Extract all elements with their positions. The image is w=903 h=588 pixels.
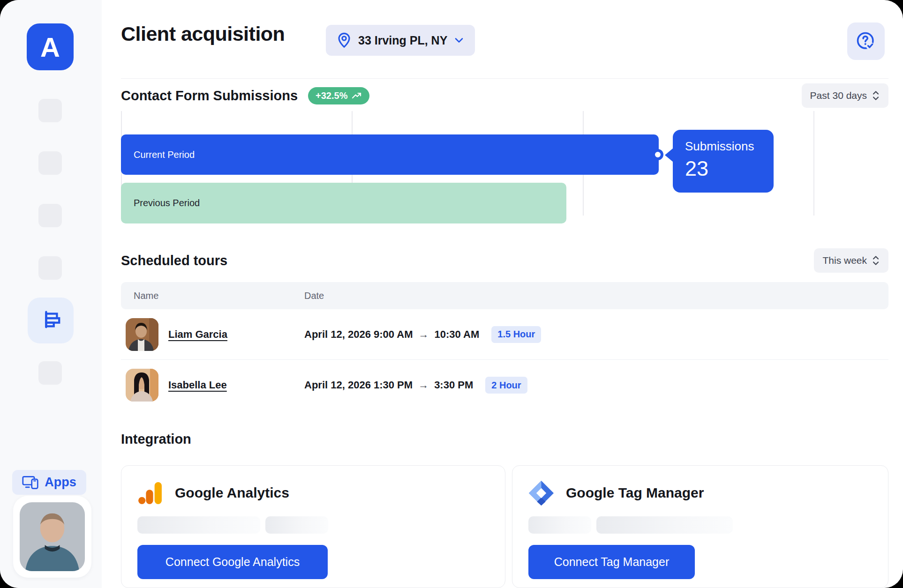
- app-logo[interactable]: A: [27, 23, 74, 70]
- card-title: Google Tag Manager: [566, 485, 704, 501]
- apps-button[interactable]: Apps: [12, 470, 86, 495]
- skeleton-bar: [137, 516, 260, 534]
- user-avatar-photo: [20, 502, 85, 571]
- integration-section-title: Integration: [121, 432, 191, 447]
- submissions-chart: Current Period Submissions 23 Previous P…: [121, 111, 888, 231]
- tour-date: April 12, 2026 1:30 PM → 3:30 PM 2 Hour: [304, 377, 527, 394]
- tour-row-isabella-lee[interactable]: Isabella Lee April 12, 2026 1:30 PM → 3:…: [121, 360, 888, 410]
- app-window: A: [0, 0, 903, 588]
- skeleton-bar: [596, 516, 733, 534]
- google-tag-manager-card: Google Tag Manager Connect Tag Manager: [512, 465, 888, 588]
- chevron-down-icon: [454, 37, 464, 43]
- previous-period-bar[interactable]: Previous Period: [121, 183, 566, 223]
- duration-badge: 2 Hour: [485, 377, 527, 394]
- tooltip-arrow: [665, 148, 673, 162]
- tour-row-liam-garcia[interactable]: Liam Garcia April 12, 2026 9:00 AM → 10:…: [121, 309, 888, 360]
- chart-data-point-dot: [652, 149, 663, 160]
- tours-table-header: Name Date: [121, 282, 888, 309]
- google-tag-manager-icon: [528, 480, 554, 506]
- skeleton-bar: [528, 516, 591, 534]
- tours-section-title: Scheduled tours: [121, 253, 227, 268]
- column-header-date: Date: [304, 290, 324, 301]
- connect-tag-manager-button[interactable]: Connect Tag Manager: [528, 545, 695, 579]
- skeleton-row: [137, 516, 489, 534]
- sidebar-item-reports-active[interactable]: [28, 298, 74, 343]
- chart-gridline: [813, 111, 814, 216]
- main-content: Client acquisition 33 Irving PL, NY: [121, 0, 888, 588]
- trending-up-icon: [352, 92, 362, 99]
- map-pin-icon: [337, 32, 351, 48]
- tour-name-link[interactable]: Liam Garcia: [168, 328, 227, 341]
- skeleton-bar: [265, 516, 328, 534]
- card-title: Google Analytics: [175, 485, 289, 501]
- chevron-up-down-icon: [872, 90, 880, 101]
- apps-label: Apps: [45, 475, 76, 490]
- arrow-right-icon: →: [419, 328, 429, 341]
- column-header-name: Name: [134, 290, 158, 301]
- sidebar-item-2[interactable]: [38, 151, 62, 175]
- help-button[interactable]: [847, 22, 885, 60]
- tour-avatar: [126, 318, 158, 351]
- arrow-right-icon: →: [418, 379, 429, 391]
- sidebar-item-1[interactable]: [38, 99, 62, 122]
- submissions-section-title: Contact Form Submissions: [121, 88, 298, 104]
- google-analytics-card: Google Analytics Connect Google Analytic…: [121, 465, 505, 588]
- location-selector[interactable]: 33 Irving PL, NY: [326, 25, 475, 56]
- sidebar: A: [0, 0, 102, 588]
- devices-icon: [22, 475, 39, 490]
- duration-badge: 1.5 Hour: [491, 326, 541, 343]
- page-title: Client acquisition: [121, 22, 285, 45]
- submissions-range-select[interactable]: Past 30 days: [802, 83, 888, 108]
- header-divider: [121, 78, 888, 79]
- connect-google-analytics-button[interactable]: Connect Google Analytics: [137, 545, 328, 579]
- location-label: 33 Irving PL, NY: [358, 34, 447, 47]
- tours-range-label: This week: [822, 255, 867, 266]
- chevron-up-down-icon: [872, 255, 880, 266]
- previous-period-label: Previous Period: [134, 198, 200, 208]
- current-period-label: Current Period: [134, 149, 195, 160]
- app-logo-letter: A: [40, 31, 60, 63]
- growth-badge: +32.5%: [308, 87, 369, 104]
- tour-date: April 12, 2026 9:00 AM → 10:30 AM 1.5 Ho…: [304, 326, 541, 343]
- user-avatar[interactable]: [13, 496, 91, 578]
- tour-avatar: [126, 369, 158, 402]
- sidebar-item-5[interactable]: [38, 361, 62, 385]
- submissions-range-label: Past 30 days: [810, 90, 867, 101]
- skeleton-row: [528, 516, 872, 534]
- sidebar-item-4[interactable]: [38, 256, 62, 280]
- tours-range-select[interactable]: This week: [814, 248, 888, 273]
- horizontal-bar-chart-icon: [40, 309, 61, 332]
- help-circle-check-icon: [856, 31, 876, 52]
- google-analytics-icon: [137, 480, 163, 506]
- tour-name-link[interactable]: Isabella Lee: [168, 379, 227, 391]
- tooltip-label: Submissions: [685, 139, 774, 154]
- current-period-bar[interactable]: Current Period: [121, 134, 659, 175]
- tooltip-value: 23: [685, 156, 774, 181]
- sidebar-item-3[interactable]: [38, 204, 62, 227]
- submissions-tooltip: Submissions 23: [673, 130, 774, 193]
